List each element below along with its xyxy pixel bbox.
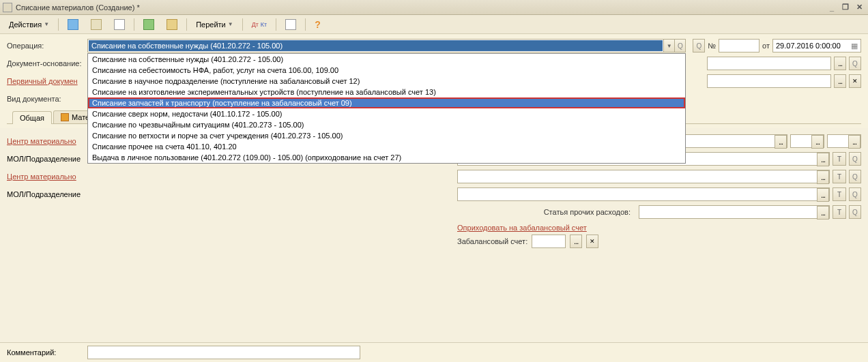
lookup-button[interactable]: Q bbox=[849, 152, 861, 166]
field-4[interactable]: ... bbox=[457, 187, 830, 201]
lookup-button[interactable]: ... bbox=[570, 235, 582, 248]
offbalance-section-label[interactable]: Оприходовать на забалансовый счет bbox=[457, 224, 861, 232]
dropdown-item[interactable]: Списание в научное подразделение (поступ… bbox=[88, 76, 685, 87]
separator bbox=[305, 18, 306, 31]
lookup-button[interactable]: Q bbox=[849, 205, 861, 219]
dropdown-item[interactable]: Списание по чрезвычайным ситуациям (401.… bbox=[88, 119, 685, 130]
separator bbox=[242, 18, 243, 31]
date-field[interactable]: 29.07.2016 0:00:00 ▦ bbox=[772, 39, 861, 52]
copy-button[interactable] bbox=[86, 17, 106, 32]
dropdown-item[interactable]: Списание прочее на счета 401.10, 401.20 bbox=[88, 141, 685, 152]
lookup-button[interactable]: Q bbox=[693, 39, 705, 52]
document-icon bbox=[3, 3, 12, 12]
lookup-button[interactable]: ... bbox=[817, 188, 829, 202]
field-1b[interactable]: ... bbox=[790, 134, 824, 148]
text-button[interactable]: T bbox=[833, 187, 846, 201]
primary-doc-label[interactable]: Первичный докумен bbox=[7, 77, 87, 85]
combo-lookup-button[interactable]: Q bbox=[674, 40, 685, 52]
lookup-button[interactable]: ... bbox=[817, 153, 829, 166]
dtkt-button[interactable]: ДтКт bbox=[247, 17, 272, 32]
minimize-button[interactable]: _ bbox=[826, 2, 838, 13]
dropdown-item[interactable]: Списание на себестоимость НФА, работ, ус… bbox=[88, 65, 685, 76]
report-button[interactable] bbox=[280, 17, 301, 32]
dropdown-item-highlighted[interactable]: Списание запчастей к транспорту (поступл… bbox=[88, 97, 685, 108]
window-title: Списание материалов (Создание) * bbox=[16, 3, 826, 12]
post-button[interactable] bbox=[139, 17, 159, 32]
text-button[interactable]: T bbox=[833, 205, 846, 219]
close-button[interactable]: ✕ bbox=[853, 2, 865, 13]
basis-field[interactable] bbox=[707, 57, 831, 70]
lookup-button[interactable]: ... bbox=[834, 74, 846, 88]
lookup-button[interactable]: ... bbox=[775, 135, 787, 149]
tab-general[interactable]: Общая bbox=[12, 111, 52, 124]
chevron-down-icon: ▼ bbox=[44, 21, 49, 27]
separator bbox=[276, 18, 276, 31]
clear-button[interactable]: ✕ bbox=[849, 74, 861, 88]
help-button[interactable]: ? bbox=[310, 17, 326, 32]
operation-label: Операция: bbox=[7, 42, 87, 50]
calendar-icon[interactable]: ▦ bbox=[851, 42, 858, 50]
operation-selected: Списание на собственные нужды (401.20.27… bbox=[89, 40, 663, 51]
lookup-button[interactable]: ... bbox=[817, 206, 829, 220]
maximize-button[interactable]: ❐ bbox=[839, 2, 852, 13]
form-header: Операция: Списание на собственные нужды … bbox=[0, 34, 868, 128]
lookup-button[interactable]: ... bbox=[848, 135, 860, 149]
toolbar: Действия ▼ Перейти ▼ ДтКт ? bbox=[0, 15, 868, 34]
operation-dropdown-list: Списание на собственные нужды (401.20.27… bbox=[87, 53, 686, 164]
lookup-button[interactable]: ... bbox=[817, 170, 829, 184]
separator bbox=[186, 18, 187, 31]
separator bbox=[58, 18, 59, 31]
dropdown-item[interactable]: Списание сверх норм, недостачи (401.10.1… bbox=[88, 108, 685, 119]
expense-label: Статья прочих расходов: bbox=[457, 208, 636, 216]
dropdown-item[interactable]: Списание на собственные нужды (401.20.27… bbox=[88, 54, 685, 65]
footer: Комментарий: bbox=[0, 342, 868, 362]
list-button[interactable] bbox=[109, 17, 130, 32]
save-button[interactable] bbox=[63, 17, 83, 32]
number-field[interactable] bbox=[719, 39, 760, 52]
offbalance-field[interactable] bbox=[532, 235, 566, 248]
center2-label[interactable]: Центр материально bbox=[7, 172, 106, 181]
doc-type-label: Вид документа: bbox=[7, 95, 87, 103]
text-button[interactable]: T bbox=[833, 152, 846, 166]
goto-menu[interactable]: Перейти ▼ bbox=[191, 17, 238, 32]
primary-doc-field[interactable] bbox=[707, 74, 831, 88]
doc-basis-label: Документ-основание: bbox=[7, 59, 87, 67]
lookup-button[interactable]: Q bbox=[849, 170, 861, 183]
actions-menu[interactable]: Действия ▼ bbox=[4, 17, 54, 32]
comment-field[interactable] bbox=[87, 346, 360, 359]
separator bbox=[134, 18, 134, 31]
titlebar: Списание материалов (Создание) * _ ❐ ✕ bbox=[0, 0, 868, 15]
from-label: от bbox=[762, 42, 770, 50]
clear-button[interactable]: ✕ bbox=[586, 235, 598, 248]
structure-button[interactable] bbox=[162, 17, 182, 32]
comment-label: Комментарий: bbox=[7, 348, 87, 357]
field-3[interactable]: ... bbox=[457, 170, 830, 183]
operation-combo[interactable]: Списание на собственные нужды (401.20.27… bbox=[87, 39, 686, 52]
offbalance-label: Забалансовый счет: bbox=[457, 237, 527, 245]
dropdown-item[interactable]: Списание на изготовление экспериментальн… bbox=[88, 87, 685, 97]
lookup-button[interactable]: Q bbox=[849, 57, 861, 70]
num-label: № bbox=[708, 42, 716, 50]
text-button[interactable]: T bbox=[833, 170, 846, 183]
mol2-label: МОЛ/Подразделение bbox=[7, 190, 106, 198]
lookup-button[interactable]: ... bbox=[811, 135, 824, 149]
lookup-button[interactable]: Q bbox=[849, 187, 861, 201]
dropdown-item[interactable]: Выдача в личное пользование (401.20.272 … bbox=[88, 152, 685, 163]
table-icon bbox=[61, 113, 69, 121]
lookup-button[interactable]: ... bbox=[834, 57, 846, 70]
dropdown-item[interactable]: Списание по ветхости и порче за счет учр… bbox=[88, 130, 685, 141]
field-1c[interactable]: ... bbox=[827, 134, 861, 148]
chevron-down-icon: ▼ bbox=[228, 21, 233, 27]
combo-dropdown-button[interactable]: ▼ bbox=[663, 40, 674, 52]
expense-field[interactable]: ... bbox=[639, 205, 830, 219]
